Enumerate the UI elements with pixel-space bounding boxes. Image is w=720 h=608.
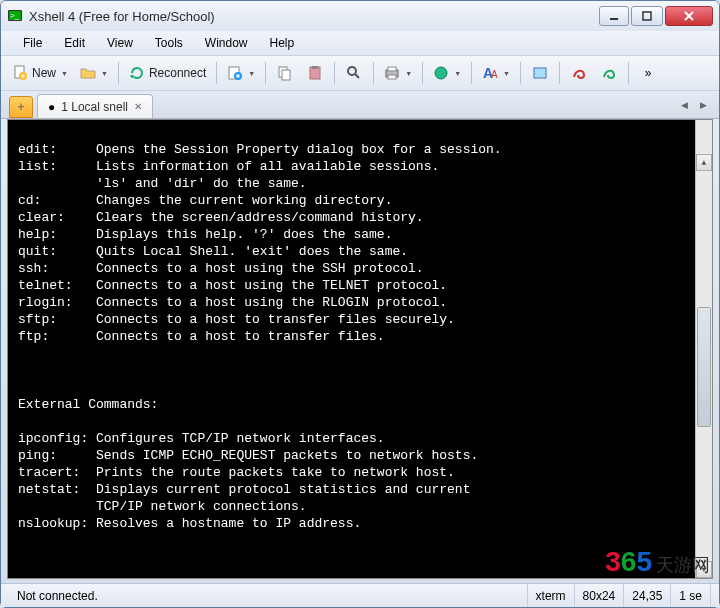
xftp-button[interactable] <box>595 59 623 87</box>
separator <box>520 62 521 84</box>
status-cursor-pos: 24,35 <box>624 584 671 607</box>
separator <box>265 62 266 84</box>
app-window: >_ Xshell 4 (Free for Home/School) File … <box>0 0 720 608</box>
properties-icon <box>227 65 243 81</box>
open-button[interactable]: ▼ <box>75 59 113 87</box>
chevron-down-icon: ▼ <box>101 70 108 77</box>
terminal[interactable]: edit:Opens the Session Property dialog b… <box>7 119 713 579</box>
window-title: Xshell 4 (Free for Home/School) <box>29 9 599 24</box>
menu-help[interactable]: Help <box>260 33 305 53</box>
terminal-line: quit:Quits Local Shell. 'exit' does the … <box>18 243 710 260</box>
status-connection: Not connected. <box>9 584 528 607</box>
separator <box>628 62 629 84</box>
svg-rect-9 <box>237 75 240 78</box>
xshell-button[interactable] <box>565 59 593 87</box>
scroll-thumb[interactable] <box>697 307 711 427</box>
properties-button[interactable]: ▼ <box>222 59 260 87</box>
chevron-down-icon: ▼ <box>503 70 510 77</box>
svg-rect-21 <box>534 68 546 78</box>
terminal-line: ping:Sends ICMP ECHO_REQUEST packets to … <box>18 447 710 464</box>
folder-open-icon <box>80 65 96 81</box>
printer-icon <box>384 65 400 81</box>
tab-close-icon[interactable]: ✕ <box>134 101 142 112</box>
separator <box>216 62 217 84</box>
tab-prev-button[interactable]: ◀ <box>677 100 692 110</box>
toolbar: New ▼ ▼ Reconnect ▼ ▼ ▼ AA▼ » <box>1 55 719 91</box>
terminal-line: cd:Changes the current working directory… <box>18 192 710 209</box>
plus-icon: + <box>17 100 24 114</box>
chevron-down-icon: ▼ <box>61 70 68 77</box>
copy-icon <box>277 65 293 81</box>
terminal-line: nslookup:Resolves a hostname to IP addre… <box>18 515 710 532</box>
terminal-line: list:Lists information of all available … <box>18 158 710 175</box>
scroll-track[interactable] <box>696 137 712 561</box>
svg-rect-3 <box>610 18 618 20</box>
separator <box>471 62 472 84</box>
titlebar: >_ Xshell 4 (Free for Home/School) <box>1 1 719 31</box>
svg-text:>_: >_ <box>10 11 20 20</box>
terminal-line: clear:Clears the screen/address/command … <box>18 209 710 226</box>
swirl-green-icon <box>601 65 617 81</box>
chevron-down-icon: ▼ <box>248 70 255 77</box>
scrollbar[interactable]: ▲ ▼ <box>695 120 712 578</box>
swirl-red-icon <box>571 65 587 81</box>
paste-button[interactable] <box>301 59 329 87</box>
external-commands-header: External Commands: <box>18 396 710 413</box>
svg-text:A: A <box>491 69 498 80</box>
terminal-line: sftp:Connects to a host to transfer file… <box>18 311 710 328</box>
svg-point-14 <box>348 67 356 75</box>
svg-rect-16 <box>388 67 396 71</box>
minimize-button[interactable] <box>599 6 629 26</box>
toolbar-overflow[interactable]: » <box>634 59 662 87</box>
menu-view[interactable]: View <box>97 33 143 53</box>
new-button[interactable]: New ▼ <box>7 59 73 87</box>
svg-rect-13 <box>312 66 318 69</box>
copy-button[interactable] <box>271 59 299 87</box>
menu-edit[interactable]: Edit <box>54 33 95 53</box>
reconnect-icon <box>129 65 145 81</box>
separator <box>118 62 119 84</box>
menu-file[interactable]: File <box>13 33 52 53</box>
terminal-line: netstat:Displays current protocol statis… <box>18 481 710 498</box>
close-button[interactable] <box>665 6 713 26</box>
terminal-line: ipconfig:Configures TCP/IP network inter… <box>18 430 710 447</box>
terminal-line: help:Displays this help. '?' does the sa… <box>18 226 710 243</box>
colorscheme-button[interactable]: ▼ <box>428 59 466 87</box>
menubar: File Edit View Tools Window Help <box>1 31 719 55</box>
terminal-line: 'ls' and 'dir' do the same. <box>18 175 710 192</box>
reconnect-button[interactable]: Reconnect <box>124 59 211 87</box>
terminal-line: ssh:Connects to a host using the SSH pro… <box>18 260 710 277</box>
scroll-down-button[interactable]: ▼ <box>696 561 712 578</box>
tab-session[interactable]: ● 1 Local snell ✕ <box>37 94 153 118</box>
bullet-icon: ● <box>48 100 55 114</box>
separator <box>373 62 374 84</box>
paste-icon <box>307 65 323 81</box>
separator <box>422 62 423 84</box>
terminal-line: ftp:Connects to a host to transfer files… <box>18 328 710 345</box>
separator <box>334 62 335 84</box>
status-sessions: 1 se <box>671 584 711 607</box>
menu-tools[interactable]: Tools <box>145 33 193 53</box>
terminal-line: telnet:Connects to a host using the TELN… <box>18 277 710 294</box>
font-icon: AA <box>482 65 498 81</box>
svg-rect-17 <box>388 75 396 79</box>
menu-window[interactable]: Window <box>195 33 258 53</box>
maximize-button[interactable] <box>631 6 663 26</box>
svg-point-18 <box>435 67 447 79</box>
fullscreen-button[interactable] <box>526 59 554 87</box>
terminal-line: tracert:Prints the route packets take to… <box>18 464 710 481</box>
print-button[interactable]: ▼ <box>379 59 417 87</box>
chevron-right-icon: » <box>645 66 652 80</box>
search-button[interactable] <box>340 59 368 87</box>
svg-rect-11 <box>282 70 290 80</box>
svg-rect-4 <box>643 12 651 20</box>
app-icon: >_ <box>7 8 23 24</box>
status-size: 80x24 <box>575 584 625 607</box>
font-button[interactable]: AA▼ <box>477 59 515 87</box>
chevron-down-icon: ▼ <box>454 70 461 77</box>
terminal-line: TCP/IP network connections. <box>18 498 710 515</box>
tab-next-button[interactable]: ▶ <box>696 100 711 110</box>
separator <box>559 62 560 84</box>
window-controls <box>599 6 713 26</box>
new-tab-button[interactable]: + <box>9 96 33 118</box>
